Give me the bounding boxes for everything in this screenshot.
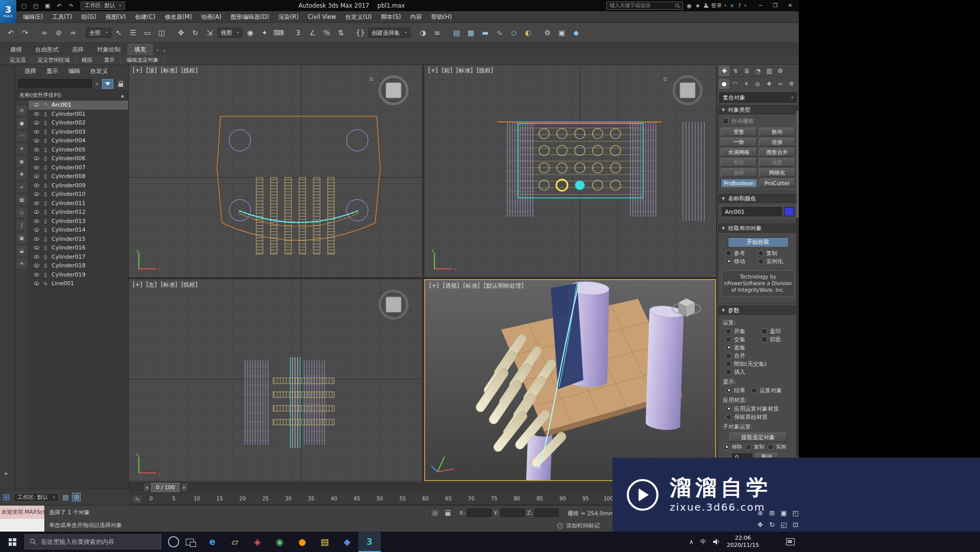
sort-header[interactable]: 名称(按升序排列) ▲ [15,90,128,101]
se-display-cameras-icon[interactable]: ◉ [17,157,27,166]
radio-option[interactable]: 实例化 [758,257,790,265]
taskbar-search-input[interactable]: 在这里输入你要搜索的内容 [24,534,161,549]
orbit-icon[interactable]: ↻ [766,519,778,531]
zoom-all-icon[interactable]: ⊞ [766,507,778,519]
visibility-eye-icon[interactable] [34,174,39,178]
taskbar-notes-icon[interactable]: ▤ [313,532,336,552]
se-display-bones-icon[interactable]: ∫ [17,220,27,230]
systems-category-icon[interactable]: ⚙ [787,79,796,89]
list-item[interactable]: ▯Cylinder018 [29,261,128,270]
selection-lock-toggle[interactable] [443,508,453,517]
ribbon-tab[interactable]: 自由形式 [29,44,65,55]
ribbon-tab-caret-icon[interactable]: ▾ [157,48,159,53]
select-by-name-icon[interactable]: ☰ [127,26,140,39]
frame-tick[interactable]: 85 [536,496,543,501]
object-type-button[interactable]: 连接 [759,138,795,146]
frame-tick[interactable]: 60 [422,496,429,501]
add-time-tag[interactable]: 添加时间标记 [557,522,600,530]
ribbon-tab[interactable]: 建模 [4,44,28,55]
visibility-eye-icon[interactable] [34,273,39,277]
edit-named-selections-icon[interactable]: {} [354,26,367,39]
viewport-menu-plus[interactable]: [+] [428,67,438,74]
panel-expand-icon[interactable]: ▸ [5,470,8,476]
se-display-groups-icon[interactable]: ▦ [17,195,27,205]
radio-option[interactable]: 结果 [726,386,745,394]
viewport-layout-icon[interactable]: ⊞ [3,493,10,501]
rollout-object-type[interactable]: ▼ 对象类型 [718,105,798,114]
ribbon-tool[interactable]: 编辑选定对象 [121,55,165,65]
frame-tick[interactable]: 35 [308,496,314,501]
minimize-button[interactable]: ─ [754,2,767,10]
mini-curve-editor-icon[interactable]: ∿ [132,495,143,504]
radio-option[interactable]: 实例 [768,443,786,451]
schematic-view-icon[interactable]: ◇ [507,26,521,39]
radio-option[interactable]: 差集 [726,343,796,352]
radio-option[interactable]: 交集 [726,335,796,343]
se-menu[interactable]: 选择 [19,67,41,75]
ribbon-tab[interactable]: 选择 [66,44,90,55]
radio-option[interactable]: 保留原始材质 [726,413,796,421]
se-display-frozen-icon[interactable]: ✳ [17,259,27,268]
viewport-shading-label[interactable]: [线框] [181,67,198,74]
object-type-button[interactable]: 散布 [759,128,795,136]
se-display-xrefs-icon[interactable]: ◇ [17,208,27,217]
motion-tab-icon[interactable]: ◔ [753,66,763,76]
viewcube[interactable] [377,288,410,321]
menu-item[interactable]: 内容 [406,11,427,23]
visibility-eye-icon[interactable] [34,184,39,187]
shapes-category-icon[interactable]: ◠ [730,79,740,89]
menu-item[interactable]: 视图(V) [101,11,131,23]
rollout-name-and-color[interactable]: ▼ 名称和颜色 [718,194,798,203]
radio-option[interactable]: 应用运算对象材质 [726,405,796,413]
taskbar-app3-icon[interactable]: ◆ [336,532,358,552]
visibility-eye-icon[interactable] [34,210,39,214]
bind-to-space-warp-icon[interactable]: ≈ [66,26,80,39]
ribbon-tool[interactable]: 模拟 [76,55,99,65]
frame-tick[interactable]: 95 [582,496,589,501]
visibility-eye-icon[interactable] [34,237,39,241]
frame-tick[interactable]: 10 [193,496,200,501]
x-coordinate-field[interactable] [467,509,492,517]
frame-tick[interactable]: 0 [150,496,153,501]
maximize-viewport-icon[interactable]: ◱ [778,519,790,531]
sign-in-button[interactable]: 登录 ▾ [704,2,726,9]
select-and-scale-icon[interactable]: ⇲ [203,26,216,39]
ribbon-minimize-icon[interactable]: ▴ [164,48,166,53]
subcategory-dropdown[interactable]: 复合对象▾ [719,92,797,103]
viewport-menu-plus[interactable]: [+] [133,281,142,289]
radio-option[interactable]: 附加(无交集) [726,360,796,368]
help-caret-icon[interactable]: ▾ [744,4,746,8]
modify-tab-icon[interactable]: ↯ [730,66,741,76]
se-menu[interactable]: 显示 [41,67,63,75]
list-item[interactable]: ▯Cylinder001 [29,110,128,119]
se-menu[interactable]: 编辑 [63,67,85,75]
radio-option[interactable]: 移除 [724,443,742,451]
viewport-preset-label[interactable]: [标准] [161,281,177,289]
named-selection-sets-dropdown[interactable]: 创建选择集▾ [368,28,410,38]
zoom-extents-all-icon[interactable]: ⊡ [790,519,801,531]
list-item[interactable]: ▯Cylinder012 [29,208,128,217]
frame-tick[interactable]: 45 [354,496,360,501]
scene-explorer-search-input[interactable] [18,79,92,88]
zoom-icon[interactable]: ⊕ [754,507,766,519]
viewport-perspective[interactable]: [+] [透视] [标准] [默认明暗处理] [424,279,716,481]
object-type-button[interactable]: ProBoolean [721,179,757,187]
help-search-input[interactable]: 键入关键字或短语 [606,2,683,10]
object-type-button[interactable]: 图形合并 [759,148,795,157]
frame-tick[interactable]: 55 [399,496,406,501]
viewport-menu-plus[interactable]: [+] [429,282,439,290]
communication-center-icon[interactable]: ◉ [687,3,692,9]
viewport-pov-label[interactable]: [前] [442,67,452,74]
extract-selected-button[interactable]: 提取选定对象 [729,433,787,442]
list-item[interactable]: ▯Cylinder013 [29,217,128,226]
frame-tick[interactable]: 75 [491,496,498,501]
frame-tick[interactable]: 65 [445,496,452,501]
workspace-dropdown-bottom[interactable]: 工作区: 默认▾ [13,493,59,502]
autogrid-row[interactable]: 自动栅格 [720,116,796,126]
time-slider-handle[interactable]: 0 / 100 [151,483,180,492]
viewport-preset-label[interactable]: [标准] [161,67,177,74]
list-item[interactable]: ▯Cylinder008 [29,172,128,181]
percent-snap-icon[interactable]: % [320,26,333,39]
home-icon[interactable]: ⌂ [663,75,667,82]
use-pivot-center-icon[interactable]: ◉ [243,26,257,39]
